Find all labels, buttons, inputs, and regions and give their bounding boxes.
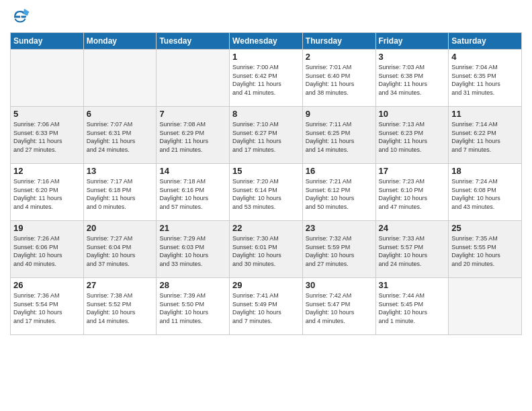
day-number: 2: [306, 52, 373, 62]
day-number: 30: [306, 280, 373, 290]
calendar-cell: 11Sunrise: 7:14 AM Sunset: 6:22 PM Dayli…: [449, 107, 522, 164]
weekday-header-sunday: Sunday: [11, 33, 84, 50]
calendar: SundayMondayTuesdayWednesdayThursdayFrid…: [10, 32, 522, 335]
day-number: 14: [159, 166, 226, 176]
calendar-cell: 27Sunrise: 7:38 AM Sunset: 5:52 PM Dayli…: [83, 278, 157, 335]
day-info: Sunrise: 7:14 AM Sunset: 6:22 PM Dayligh…: [451, 120, 519, 154]
day-number: 1: [232, 52, 300, 62]
day-number: 24: [379, 223, 446, 233]
day-info: Sunrise: 7:08 AM Sunset: 6:29 PM Dayligh…: [159, 120, 226, 154]
calendar-cell: 15Sunrise: 7:20 AM Sunset: 6:14 PM Dayli…: [230, 164, 303, 221]
calendar-cell: 26Sunrise: 7:36 AM Sunset: 5:54 PM Dayli…: [11, 278, 84, 335]
day-number: 7: [159, 109, 226, 119]
day-info: Sunrise: 7:17 AM Sunset: 6:18 PM Dayligh…: [87, 177, 154, 211]
day-number: 31: [379, 280, 446, 290]
weekday-header-monday: Monday: [83, 33, 157, 50]
day-info: Sunrise: 7:18 AM Sunset: 6:16 PM Dayligh…: [159, 177, 226, 211]
day-number: 12: [13, 166, 81, 176]
week-row-3: 12Sunrise: 7:16 AM Sunset: 6:20 PM Dayli…: [11, 164, 522, 221]
day-number: 4: [451, 52, 519, 62]
calendar-cell: 16Sunrise: 7:21 AM Sunset: 6:12 PM Dayli…: [302, 164, 375, 221]
calendar-cell: 28Sunrise: 7:39 AM Sunset: 5:50 PM Dayli…: [157, 278, 230, 335]
calendar-cell: 13Sunrise: 7:17 AM Sunset: 6:18 PM Dayli…: [83, 164, 157, 221]
day-info: Sunrise: 7:32 AM Sunset: 5:59 PM Dayligh…: [306, 234, 373, 268]
day-number: 25: [451, 223, 519, 233]
calendar-cell: 2Sunrise: 7:01 AM Sunset: 6:40 PM Daylig…: [302, 50, 375, 107]
weekday-header-row: SundayMondayTuesdayWednesdayThursdayFrid…: [11, 33, 522, 50]
day-info: Sunrise: 7:39 AM Sunset: 5:50 PM Dayligh…: [159, 291, 226, 325]
svg-marker-0: [24, 9, 30, 16]
calendar-cell: 23Sunrise: 7:32 AM Sunset: 5:59 PM Dayli…: [302, 221, 375, 278]
day-number: 19: [13, 223, 81, 233]
day-number: 11: [451, 109, 519, 119]
calendar-cell: 24Sunrise: 7:33 AM Sunset: 5:57 PM Dayli…: [375, 221, 449, 278]
day-number: 21: [159, 223, 226, 233]
day-number: 22: [232, 223, 300, 233]
day-info: Sunrise: 7:21 AM Sunset: 6:12 PM Dayligh…: [306, 177, 373, 211]
day-number: 23: [306, 223, 373, 233]
day-info: Sunrise: 7:30 AM Sunset: 6:01 PM Dayligh…: [232, 234, 300, 268]
day-number: 16: [306, 166, 373, 176]
calendar-cell: 10Sunrise: 7:13 AM Sunset: 6:23 PM Dayli…: [375, 107, 449, 164]
week-row-4: 19Sunrise: 7:26 AM Sunset: 6:06 PM Dayli…: [11, 221, 522, 278]
day-info: Sunrise: 7:13 AM Sunset: 6:23 PM Dayligh…: [379, 120, 446, 154]
calendar-cell: 17Sunrise: 7:23 AM Sunset: 6:10 PM Dayli…: [375, 164, 449, 221]
page: SundayMondayTuesdayWednesdayThursdayFrid…: [0, 0, 532, 411]
day-info: Sunrise: 7:33 AM Sunset: 5:57 PM Dayligh…: [379, 234, 446, 268]
header: [10, 7, 522, 27]
calendar-cell: [11, 50, 84, 107]
day-info: Sunrise: 7:01 AM Sunset: 6:40 PM Dayligh…: [306, 63, 373, 97]
calendar-cell: 9Sunrise: 7:11 AM Sunset: 6:25 PM Daylig…: [302, 107, 375, 164]
day-info: Sunrise: 7:20 AM Sunset: 6:14 PM Dayligh…: [232, 177, 300, 211]
weekday-header-wednesday: Wednesday: [230, 33, 303, 50]
day-info: Sunrise: 7:03 AM Sunset: 6:38 PM Dayligh…: [379, 63, 446, 97]
day-number: 29: [232, 280, 300, 290]
calendar-cell: 30Sunrise: 7:42 AM Sunset: 5:47 PM Dayli…: [302, 278, 375, 335]
day-info: Sunrise: 7:36 AM Sunset: 5:54 PM Dayligh…: [13, 291, 81, 325]
day-number: 5: [13, 109, 81, 119]
calendar-cell: 5Sunrise: 7:06 AM Sunset: 6:33 PM Daylig…: [11, 107, 84, 164]
calendar-cell: 22Sunrise: 7:30 AM Sunset: 6:01 PM Dayli…: [230, 221, 303, 278]
week-row-1: 1Sunrise: 7:00 AM Sunset: 6:42 PM Daylig…: [11, 50, 522, 107]
day-number: 13: [87, 166, 154, 176]
week-row-2: 5Sunrise: 7:06 AM Sunset: 6:33 PM Daylig…: [11, 107, 522, 164]
day-number: 8: [232, 109, 300, 119]
day-info: Sunrise: 7:10 AM Sunset: 6:27 PM Dayligh…: [232, 120, 300, 154]
calendar-cell: [83, 50, 157, 107]
calendar-cell: 1Sunrise: 7:00 AM Sunset: 6:42 PM Daylig…: [230, 50, 303, 107]
calendar-cell: 19Sunrise: 7:26 AM Sunset: 6:06 PM Dayli…: [11, 221, 84, 278]
calendar-cell: 8Sunrise: 7:10 AM Sunset: 6:27 PM Daylig…: [230, 107, 303, 164]
day-info: Sunrise: 7:42 AM Sunset: 5:47 PM Dayligh…: [306, 291, 373, 325]
day-number: 20: [87, 223, 154, 233]
day-info: Sunrise: 7:44 AM Sunset: 5:45 PM Dayligh…: [379, 291, 446, 325]
day-info: Sunrise: 7:07 AM Sunset: 6:31 PM Dayligh…: [87, 120, 154, 154]
day-info: Sunrise: 7:11 AM Sunset: 6:25 PM Dayligh…: [306, 120, 373, 154]
day-info: Sunrise: 7:35 AM Sunset: 5:55 PM Dayligh…: [451, 234, 519, 268]
day-number: 6: [87, 109, 154, 119]
day-info: Sunrise: 7:06 AM Sunset: 6:33 PM Dayligh…: [13, 120, 81, 154]
calendar-cell: 14Sunrise: 7:18 AM Sunset: 6:16 PM Dayli…: [157, 164, 230, 221]
week-row-5: 26Sunrise: 7:36 AM Sunset: 5:54 PM Dayli…: [11, 278, 522, 335]
day-info: Sunrise: 7:38 AM Sunset: 5:52 PM Dayligh…: [87, 291, 154, 325]
day-number: 18: [451, 166, 519, 176]
weekday-header-tuesday: Tuesday: [157, 33, 230, 50]
day-number: 17: [379, 166, 446, 176]
day-info: Sunrise: 7:41 AM Sunset: 5:49 PM Dayligh…: [232, 291, 300, 325]
calendar-cell: 3Sunrise: 7:03 AM Sunset: 6:38 PM Daylig…: [375, 50, 449, 107]
day-info: Sunrise: 7:04 AM Sunset: 6:35 PM Dayligh…: [451, 63, 519, 97]
calendar-cell: 4Sunrise: 7:04 AM Sunset: 6:35 PM Daylig…: [449, 50, 522, 107]
day-info: Sunrise: 7:26 AM Sunset: 6:06 PM Dayligh…: [13, 234, 81, 268]
weekday-header-thursday: Thursday: [302, 33, 375, 50]
calendar-cell: 7Sunrise: 7:08 AM Sunset: 6:29 PM Daylig…: [157, 107, 230, 164]
calendar-cell: 12Sunrise: 7:16 AM Sunset: 6:20 PM Dayli…: [11, 164, 84, 221]
day-info: Sunrise: 7:29 AM Sunset: 6:03 PM Dayligh…: [159, 234, 226, 268]
day-info: Sunrise: 7:27 AM Sunset: 6:04 PM Dayligh…: [87, 234, 154, 268]
day-info: Sunrise: 7:23 AM Sunset: 6:10 PM Dayligh…: [379, 177, 446, 211]
weekday-header-saturday: Saturday: [449, 33, 522, 50]
day-number: 26: [13, 280, 81, 290]
calendar-cell: 25Sunrise: 7:35 AM Sunset: 5:55 PM Dayli…: [449, 221, 522, 278]
day-number: 28: [159, 280, 226, 290]
day-number: 9: [306, 109, 373, 119]
logo-icon: [10, 7, 30, 27]
calendar-cell: [449, 278, 522, 335]
